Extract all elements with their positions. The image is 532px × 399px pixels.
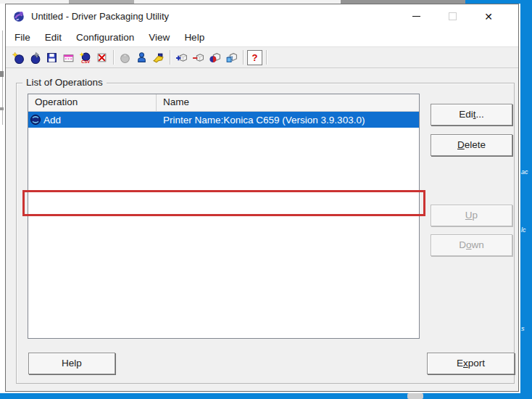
up-button: Up: [431, 205, 512, 226]
add-operation-icon: [30, 114, 41, 126]
groupbox-label: List of Operations: [22, 77, 107, 88]
table-row[interactable]: Add Printer Name:Konica C659 (Version 3.…: [28, 112, 419, 128]
import-csv-icon[interactable]: [60, 49, 77, 65]
minimize-button[interactable]: [407, 7, 425, 26]
remove-driver-icon[interactable]: [190, 49, 207, 65]
toolbar-separator: [266, 50, 267, 65]
copy-driver-icon[interactable]: [223, 49, 240, 65]
operation-cell: Add: [28, 114, 157, 126]
svg-text:CSV: CSV: [81, 59, 90, 64]
window-title: Untitled - Driver Packaging Utility: [31, 11, 169, 22]
help-glyph: ?: [247, 50, 262, 65]
column-header-operation[interactable]: Operation: [28, 94, 157, 111]
update-driver-icon[interactable]: [207, 49, 223, 65]
operations-list[interactable]: Operation Name Add Printer Name:Konica C…: [28, 94, 420, 339]
toolbar-separator: [170, 50, 170, 65]
menu-file[interactable]: File: [7, 30, 38, 45]
list-header: Operation Name: [28, 94, 419, 112]
printer-disabled-icon: [117, 49, 133, 65]
menu-edit[interactable]: Edit: [38, 30, 69, 45]
maximize-icon: [449, 12, 457, 20]
column-header-name[interactable]: Name: [157, 94, 419, 111]
background-text-fragment: s: [521, 325, 525, 332]
export-csv-icon[interactable]: CSV: [77, 49, 93, 65]
open-package-icon[interactable]: [27, 49, 43, 65]
background-blue-window-strip: [520, 0, 532, 399]
help-icon[interactable]: ?: [246, 49, 263, 65]
delete-button[interactable]: Delete: [431, 134, 512, 156]
driver-folder-icon[interactable]: [150, 49, 167, 65]
menu-bar: File Edit Configuration View Help: [6, 28, 518, 46]
background-window-edge: [2, 30, 3, 125]
down-button: Down: [431, 234, 512, 256]
edit-button[interactable]: Edit...: [431, 104, 512, 126]
list-of-operations-groupbox: List of Operations Operation Name Add Pr…: [16, 83, 515, 384]
app-icon: [12, 10, 25, 23]
save-package-icon[interactable]: [43, 49, 60, 65]
add-driver-icon[interactable]: [173, 49, 190, 65]
background-text-fragment: [0, 107, 4, 110]
toolbar: CSV ?: [6, 46, 518, 68]
help-button[interactable]: Help: [28, 353, 115, 374]
driver-packaging-utility-window: Untitled - Driver Packaging Utility ✕ Fi…: [5, 4, 519, 392]
operation-value: Add: [43, 115, 61, 126]
export-button[interactable]: Export: [427, 353, 515, 374]
name-cell: Printer Name:Konica C659 (Version 3.9.30…: [157, 115, 419, 126]
toolbar-separator: [113, 50, 114, 65]
close-icon: ✕: [484, 12, 493, 22]
background-blue-bottom-strip: [0, 393, 532, 399]
menu-configuration[interactable]: Configuration: [69, 30, 141, 45]
title-bar[interactable]: Untitled - Driver Packaging Utility ✕: [6, 4, 518, 28]
maximize-button: [443, 7, 462, 26]
background-text-fragment: lc: [521, 226, 526, 234]
menu-view[interactable]: View: [141, 30, 177, 45]
background-text-fragment: [0, 71, 4, 77]
menu-help[interactable]: Help: [177, 30, 212, 45]
background-text-fragment: ac: [521, 168, 528, 176]
user-settings-icon[interactable]: [133, 49, 150, 65]
delete-operation-icon[interactable]: [93, 49, 110, 65]
background-taskbar-fragment: [407, 393, 423, 399]
new-package-icon[interactable]: [10, 49, 27, 65]
close-button[interactable]: ✕: [479, 7, 498, 26]
minimize-icon: [412, 16, 420, 17]
toolbar-separator: [243, 50, 244, 65]
